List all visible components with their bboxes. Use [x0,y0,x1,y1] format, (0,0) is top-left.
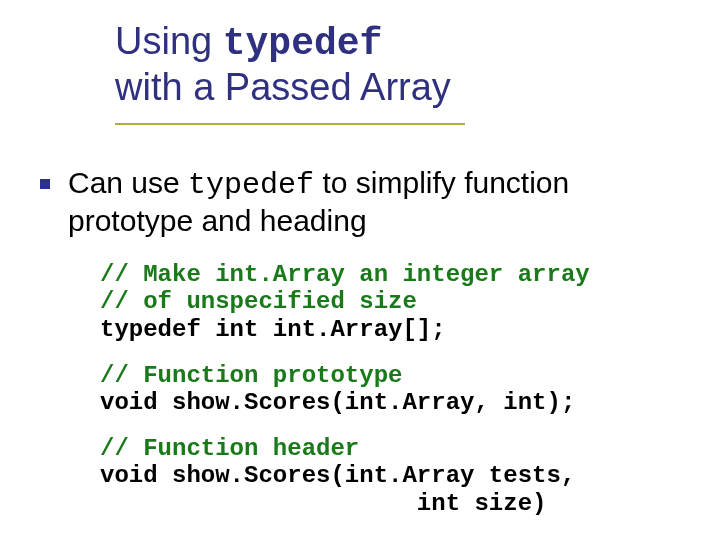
code-comment: // Function header [100,435,359,462]
bullet-item: Can use typedef to simplify function pro… [40,165,680,239]
code-comment: // Function prototype [100,362,402,389]
slide-title: Using typedef with a Passed Array [115,20,675,108]
bullet-code: typedef [188,168,314,202]
title-code: typedef [223,22,383,65]
slide-body: Can use typedef to simplify function pro… [40,165,680,518]
bullet-text: Can use typedef to simplify function pro… [68,165,680,239]
code-block-3: // Function header void show.Scores(int.… [100,435,680,518]
code-block-2: // Function prototype void show.Scores(i… [100,362,680,417]
code-line: void show.Scores(int.Array tests, [100,462,575,489]
bullet-pre: Can use [68,166,188,199]
code-block-1: // Make int.Array an integer array // of… [100,261,680,344]
bullet-marker-icon [40,179,50,189]
title-text-1: Using [115,20,223,62]
code-line: int size) [100,490,546,517]
slide: Using typedef with a Passed Array Can us… [0,0,720,540]
code-line: typedef int int.Array[]; [100,316,446,343]
title-underline [115,123,465,125]
code-line: void show.Scores(int.Array, int); [100,389,575,416]
code-comment: // Make int.Array an integer array [100,261,590,288]
title-text-2: with a Passed Array [115,66,451,108]
code-comment: // of unspecified size [100,288,417,315]
